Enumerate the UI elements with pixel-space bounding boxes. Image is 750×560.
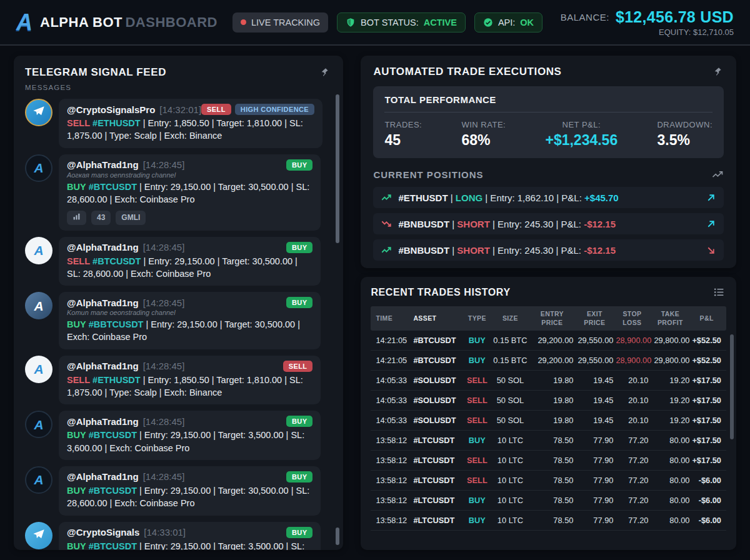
stat-value: 68% [461,132,506,149]
signal-action: SELL [67,256,90,266]
position-symbol: #ETHUSDT [398,192,448,203]
signal-header: @AlphaTrad1ng[14:28:45]BUY [67,416,312,427]
position-side: SHORT [457,219,490,229]
trade-type: SELL [464,476,489,485]
signal-message: A@AlphaTrad1ng[14:28:45]BUYBUY #BTCUSDT … [25,466,331,516]
trade-time: 14:21:05 [376,336,411,345]
buy-badge: BUY [286,471,312,482]
position-details: #BNBUSDT | SHORT | Entry: 245.30 | P&L: … [398,219,699,229]
trade-row: 14:05:33#SOLUSDTSELL50 SOL19.8019.4520.1… [371,391,726,411]
reaction-chip[interactable]: GMLl [116,211,146,224]
alpha-letter-icon: A [34,418,43,431]
signal-card[interactable]: @AlphaTrad1ng[14:28:45]BUYKomun mane оeo… [59,292,321,349]
trade-row: 14:21:05#BTCUSDTBUY0.15 BTC29,200.0029,5… [371,351,726,371]
buy-badge: BUY [286,242,312,253]
bot-status-label: BOT STATUS: [361,18,419,28]
api-label: API: [498,18,515,28]
signal-message: @CryptoSignalsPro[14:32:01]SELLHIGH CONF… [25,99,331,148]
signal-message-list: @CryptoSignalsPro[14:32:01]SELLHIGH CONF… [25,99,331,550]
trade-stop-loss: 77.20 [616,496,648,505]
trade-type: SELL [464,396,489,405]
signal-action: BUY [67,319,86,329]
trades-scrollbar-thumb[interactable] [730,334,734,439]
signal-header: @AlphaTrad1ng[14:28:45]BUY [67,242,312,253]
telegram-feed-panel: TELEGRAM SIGNAL FEED MESSAGES @CryptoSig… [14,56,343,550]
column-header: P&L [692,314,721,323]
reaction-chip[interactable]: 43 [91,211,111,224]
trade-stop-loss: 77.20 [616,476,648,485]
signal-username: @CryptoSignalsPro [67,104,155,115]
signal-badges: BUY [286,159,312,171]
signal-card[interactable]: @AlphaTrad1ng[14:28:45]BUYАогкая mans оe… [59,154,321,231]
buy-badge: BUY [286,159,312,171]
pin-icon[interactable] [710,65,724,79]
alpha-letter-icon: A [34,244,43,257]
signal-card[interactable]: @AlphaTrad1ng[14:28:45]BUYBUY #BTCUSDT |… [59,411,321,460]
position-row[interactable]: #BNBUSDT | SHORT | Entry: 245.30 | P&L: … [373,213,724,234]
trade-entry-price: 78.50 [531,496,573,505]
trades-table-body: 14:21:05#BTCUSDTBUY0.15 BTC29,200.0029,5… [371,331,726,531]
trade-row: 14:05:33#SOLUSDTSELL50 SOL19.8019.4520.1… [371,411,726,431]
live-tracking-label: LIVE TRACKING [251,18,320,28]
alpha-avatar: A [25,466,52,494]
buy-badge: BUY [286,416,312,427]
alpha-logo-icon: A [16,11,32,34]
arrow-up-right-icon[interactable] [706,219,716,229]
signal-card[interactable]: @AlphaTrad1ng[14:28:45]BUYSELL #BTCUSDT … [59,237,321,286]
trade-stop-loss: 20.10 [616,416,648,425]
trade-take-profit: 19.20 [651,376,689,385]
trade-asset: #LTCUSDT [413,516,462,525]
position-row[interactable]: #BNBUSDT | SHORT | Entry: 245.30 | P&L: … [373,239,724,261]
chart-chip[interactable] [67,211,86,224]
trade-exit-price: 29,550.00 [576,336,613,345]
position-row[interactable]: #ETHUSDT | LONG | Entry: 1,862.10 | P&L:… [373,187,724,208]
position-details: #ETHUSDT | LONG | Entry: 1,862.10 | P&L:… [398,192,699,203]
telegram-plane-icon [32,528,46,544]
position-pnl: +$45.70 [584,192,619,203]
feed-scrollbar-thumb[interactable] [336,94,339,243]
trade-take-profit: 19.20 [651,396,689,405]
signal-card[interactable]: @AlphaTrad1ng[14:28:45]SELLSELL #ETHUSDT… [59,356,321,405]
trade-exit-price: 29,550.00 [576,356,613,365]
arrow-up-right-icon[interactable] [706,192,716,203]
trade-pnl: +$17.50 [692,376,721,385]
trade-take-profit: 80.00 [651,496,689,505]
arrow-down-right-icon[interactable] [706,245,716,256]
signal-username: @AlphaTrad1ng [67,159,139,170]
total-performance-card: TOTAL PERFORMANCE TRADES: 45 WIN RATE: 6… [373,86,724,158]
trade-asset: #BTCUSDT [413,356,462,365]
trade-asset: #LTCUSDT [413,496,462,505]
feed-scrollbar-cap[interactable] [336,528,339,545]
trades-panel-title: RECENT TRADES HISTORY [371,287,510,298]
signal-body: SELL #ETHUSDT | Entry: 1,850.50 | Target… [67,374,312,399]
trade-exit-price: 19.45 [576,396,613,405]
signal-card[interactable]: @CryptoSignalsPro[14:32:01]SELLHIGH CONF… [59,99,322,148]
stat-net-pnl: NET P&L: +$1,234.56 [545,120,618,149]
signal-badges: SELLHIGH CONFIDENCE [201,104,314,115]
signal-message: A@AlphaTrad1ng[14:28:45]SELLSELL #ETHUSD… [25,356,331,405]
trade-stop-loss: 77.20 [616,436,648,445]
trade-asset: #SOLUSDT [413,416,462,425]
signal-card[interactable]: @CryptoSignals[14:33:01]BUYBUY #BTCUSDT … [59,522,321,550]
signal-card[interactable]: @AlphaTrad1ng[14:28:45]BUYBUY #BTCUSDT |… [59,466,321,516]
signal-header: @CryptoSignals[14:33:01]BUY [67,527,312,538]
signal-username: @AlphaTrad1ng [67,471,139,482]
trend-down-icon [381,218,392,229]
signal-action: BUY [67,486,86,496]
trade-exit-price: 77.90 [576,496,613,505]
alpha-avatar: A [25,292,52,319]
trade-exit-price: 19.45 [576,376,613,385]
signal-action: SELL [67,118,90,128]
signal-symbol: #BTCUSDT [89,182,137,192]
top-header: A ALPHA BOT DASHBOARD LIVE TRACKING BOT … [0,0,750,46]
list-icon[interactable] [712,285,726,299]
stat-label: DRAWDOWN: [657,120,712,129]
sell-badge: SELL [201,104,231,115]
trade-exit-price: 77.90 [576,436,613,445]
stat-label: WIN RATE: [461,120,506,129]
trade-time: 14:05:33 [376,376,411,385]
trade-take-profit: 29,800.00 [651,356,689,365]
pin-icon[interactable] [317,66,331,79]
trade-row: 13:58:12#LTCUSDTBUY10 LTC78.5077.9077.20… [371,511,726,531]
signal-action: BUY [67,541,86,550]
